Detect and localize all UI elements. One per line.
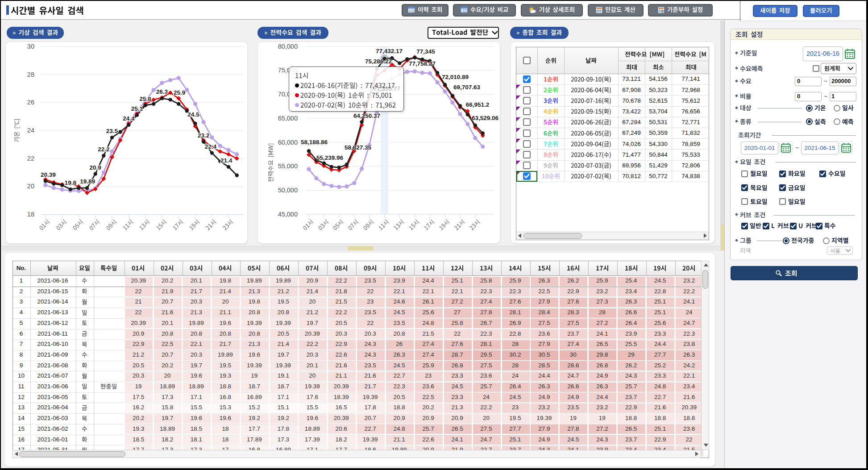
svg-text:21.4: 21.4: [220, 157, 233, 164]
svg-text:22.4: 22.4: [205, 143, 217, 150]
svg-text:23.2: 23.2: [198, 132, 209, 139]
svg-text:25.8: 25.8: [139, 96, 151, 102]
svg-text:20.39: 20.39: [41, 171, 56, 178]
svg-text:25.1: 25.1: [131, 105, 143, 112]
svg-text:24.4: 24.4: [123, 115, 135, 122]
svg-text:23.5: 23.5: [106, 128, 118, 134]
svg-text:19.89: 19.89: [80, 178, 95, 185]
svg-text:25.9: 25.9: [174, 89, 185, 96]
svg-text:24.5: 24.5: [187, 111, 199, 118]
svg-text:22.2: 22.2: [98, 146, 109, 153]
svg-text:20.9: 20.9: [90, 164, 101, 171]
svg-text:19.8: 19.8: [65, 179, 77, 186]
svg-text:26.3: 26.3: [156, 88, 168, 95]
